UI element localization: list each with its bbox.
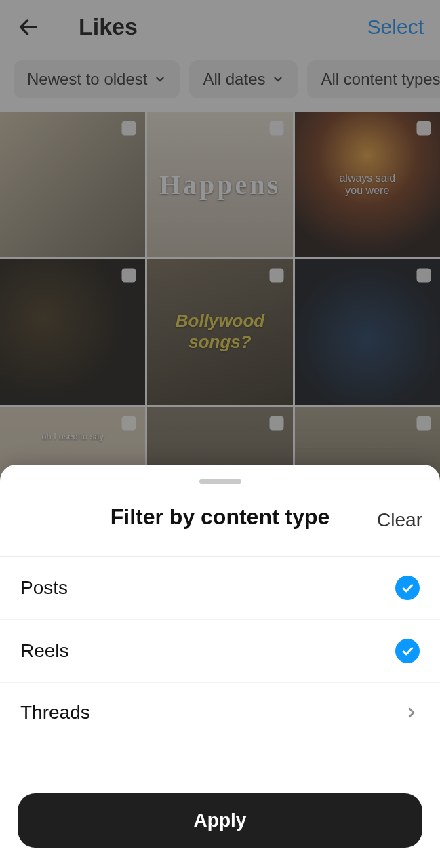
filter-option-label: Threads <box>20 702 90 724</box>
sheet-title: Filter by content type <box>105 502 336 532</box>
chevron-right-icon <box>403 705 420 721</box>
filter-option-label: Posts <box>20 577 68 599</box>
sheet-header: Filter by content type Clear <box>0 484 440 557</box>
filter-option-threads[interactable]: Threads <box>0 683 440 743</box>
filter-options-list: Posts Reels Threads <box>0 557 440 780</box>
apply-button-wrap: Apply <box>0 780 440 868</box>
filter-option-label: Reels <box>20 640 69 662</box>
filter-bottom-sheet: Filter by content type Clear Posts Reels… <box>0 465 440 868</box>
checkmark-icon <box>395 576 420 600</box>
checkmark-icon <box>395 639 420 663</box>
clear-button[interactable]: Clear <box>377 509 422 531</box>
filter-option-posts[interactable]: Posts <box>0 557 440 620</box>
filter-option-reels[interactable]: Reels <box>0 620 440 683</box>
apply-button[interactable]: Apply <box>18 793 422 848</box>
